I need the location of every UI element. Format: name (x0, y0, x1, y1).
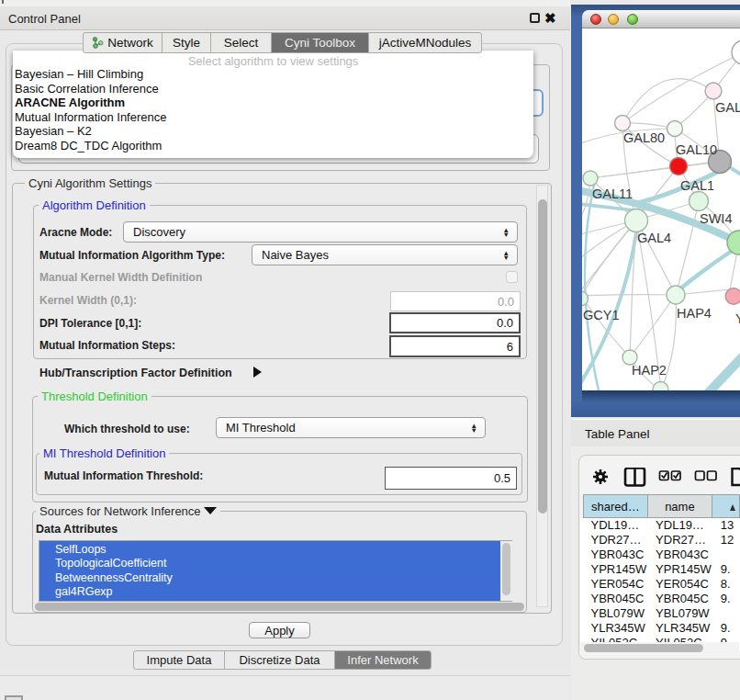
svg-text:Y: Y (735, 311, 740, 326)
svg-text:GAL4: GAL4 (637, 231, 671, 245)
svg-text:HAP4: HAP4 (677, 306, 712, 321)
svg-text:GAL2: GAL2 (715, 100, 740, 115)
svg-text:GAL10: GAL10 (676, 142, 717, 157)
svg-text:GAL11: GAL11 (592, 186, 633, 201)
svg-text:SWI4: SWI4 (700, 211, 732, 226)
svg-text:GAL80: GAL80 (623, 130, 665, 145)
svg-text:HAP2: HAP2 (632, 363, 667, 378)
svg-text:GCY1: GCY1 (583, 308, 620, 322)
svg-text:GAL1: GAL1 (680, 178, 714, 193)
